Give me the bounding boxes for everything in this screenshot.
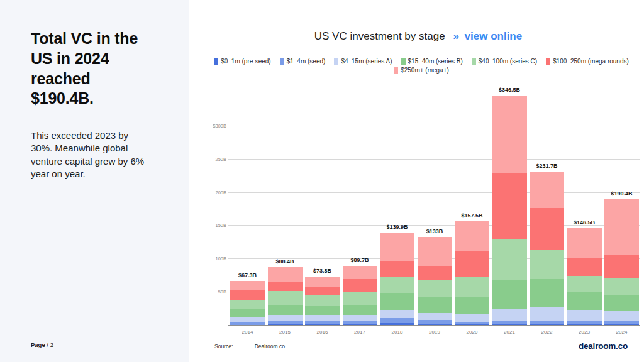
bar-segment bbox=[530, 279, 564, 307]
legend-swatch-icon bbox=[334, 58, 338, 65]
chart-title-row: US VC investment by stage » view online bbox=[201, 30, 635, 43]
bar-segment bbox=[604, 295, 639, 311]
y-axis-tick-label: 150B bbox=[211, 222, 226, 228]
bar-total-label: $73.8B bbox=[313, 268, 331, 274]
bar-segment bbox=[492, 173, 527, 239]
bar-2024: $190.4B2024 bbox=[604, 199, 639, 326]
bar-2017: $89.7B2017 bbox=[343, 266, 377, 326]
bar-segment bbox=[530, 172, 564, 208]
bar-segment bbox=[567, 276, 602, 292]
bar-segment bbox=[380, 318, 414, 323]
page-label: Page bbox=[31, 341, 45, 348]
x-axis-line bbox=[228, 325, 640, 326]
legend-item: $100–250m (mega rounds) bbox=[546, 58, 629, 65]
bar-2021: $346.5B2021 bbox=[492, 96, 527, 326]
legend-item: $4–15m (series A) bbox=[334, 58, 392, 65]
page-title: Total VC in the US in 2024 reached $190.… bbox=[31, 29, 157, 109]
x-axis-label: 2021 bbox=[504, 329, 515, 335]
bar-segment bbox=[343, 315, 377, 321]
page-suffix: / 2 bbox=[45, 341, 53, 348]
bar-segment bbox=[305, 306, 340, 315]
bar-segment bbox=[230, 309, 265, 317]
bar-2018: $139.9B2018 bbox=[380, 233, 414, 326]
bar-segment bbox=[530, 250, 564, 279]
bar-total-label: $146.5B bbox=[574, 219, 595, 226]
legend-item: $0–1m (pre-seed) bbox=[214, 58, 270, 65]
bar-total-label: $346.5B bbox=[499, 87, 520, 93]
bar-segment bbox=[343, 266, 377, 279]
bar-segment bbox=[567, 228, 602, 258]
legend-label: $40–100m (series C) bbox=[479, 58, 537, 65]
y-axis-tick-label: 100B bbox=[211, 256, 226, 261]
bar-segment bbox=[343, 292, 377, 305]
legend-swatch-icon bbox=[401, 58, 406, 65]
bar-total-label: $89.7B bbox=[350, 257, 369, 263]
legend-item: $15–40m (series B) bbox=[401, 58, 463, 65]
bar-segment bbox=[567, 310, 602, 321]
x-axis-label: 2015 bbox=[279, 329, 291, 335]
bar-segment bbox=[455, 277, 489, 297]
bar-total-label: $139.9B bbox=[386, 224, 408, 230]
legend-item: $40–100m (series C) bbox=[472, 58, 537, 65]
bars-area: $67.3B2014$88.4B2015$73.8B2016$89.7B2017… bbox=[230, 93, 639, 326]
x-axis-label: 2014 bbox=[242, 329, 253, 335]
legend-label: $15–40m (series B) bbox=[408, 58, 463, 65]
bar-segment bbox=[455, 251, 489, 277]
bar-segment bbox=[305, 315, 340, 321]
x-axis-label: 2024 bbox=[616, 329, 628, 335]
bar-segment bbox=[343, 305, 377, 315]
x-axis-label: 2020 bbox=[467, 329, 478, 335]
dealroom-logo: dealroom.co bbox=[579, 341, 628, 351]
bar-segment bbox=[604, 311, 639, 321]
bar-segment bbox=[230, 300, 265, 310]
bar-segment bbox=[268, 291, 303, 305]
chevron-right-icon: » bbox=[453, 30, 458, 42]
bar-segment bbox=[305, 287, 340, 295]
bar-segment bbox=[380, 261, 414, 277]
legend-item: $1–4m (seed) bbox=[280, 58, 326, 65]
bar-segment bbox=[268, 267, 303, 282]
bar-segment bbox=[530, 208, 564, 250]
bar-segment bbox=[418, 266, 452, 280]
bar-segment bbox=[268, 315, 303, 321]
bar-segment bbox=[604, 255, 639, 278]
bar-segment bbox=[455, 297, 489, 314]
source-row: Source: Dealroom.co bbox=[214, 343, 285, 349]
source-value: Dealroom.co bbox=[255, 343, 285, 349]
y-axis-tick-label: 250B bbox=[211, 156, 226, 162]
legend-label: $1–4m (seed) bbox=[287, 58, 326, 65]
bar-segment bbox=[567, 292, 602, 310]
bar-2023: $146.5B2023 bbox=[567, 228, 602, 326]
bar-segment bbox=[380, 233, 414, 261]
y-axis-tick-label: 50B bbox=[211, 289, 226, 295]
bar-segment bbox=[418, 297, 452, 313]
bar-total-label: $133B bbox=[426, 228, 443, 234]
view-online-link[interactable]: view online bbox=[465, 30, 523, 42]
legend-label: $4–15m (series A) bbox=[341, 58, 392, 65]
bar-segment bbox=[343, 279, 377, 292]
bar-segment bbox=[230, 290, 265, 300]
bar-total-label: $231.7B bbox=[536, 163, 557, 169]
y-axis-tick-label: 200B bbox=[211, 190, 226, 195]
bar-segment bbox=[268, 305, 303, 315]
bar-segment bbox=[380, 293, 414, 310]
x-axis-label: 2022 bbox=[541, 329, 553, 335]
bar-segment bbox=[305, 295, 340, 306]
bar-segment bbox=[530, 307, 564, 321]
bar-segment bbox=[492, 96, 527, 173]
legend-label: $250m+ (mega+) bbox=[401, 67, 449, 74]
y-axis-tick-label: $300B bbox=[211, 123, 226, 129]
bar-segment bbox=[492, 309, 527, 321]
legend-swatch-icon bbox=[214, 58, 218, 65]
bar-segment bbox=[268, 282, 303, 290]
legend-item: $250m+ (mega+) bbox=[394, 67, 449, 74]
bar-total-label: $67.3B bbox=[238, 272, 257, 278]
x-axis-label: 2018 bbox=[392, 329, 403, 335]
bar-2019: $133B2019 bbox=[418, 237, 452, 326]
chart-title: US VC investment by stage bbox=[314, 30, 445, 42]
bar-segment bbox=[604, 199, 639, 255]
page-subtitle: This exceeded 2023 by 30%. Meanwhile glo… bbox=[31, 129, 150, 180]
bar-segment bbox=[492, 280, 527, 309]
chart-legend: $0–1m (pre-seed)$1–4m (seed)$4–15m (seri… bbox=[208, 58, 635, 74]
stacked-bar-chart: 50B100B150B200B250B$300B$67.3B2014$88.4B… bbox=[211, 93, 641, 326]
